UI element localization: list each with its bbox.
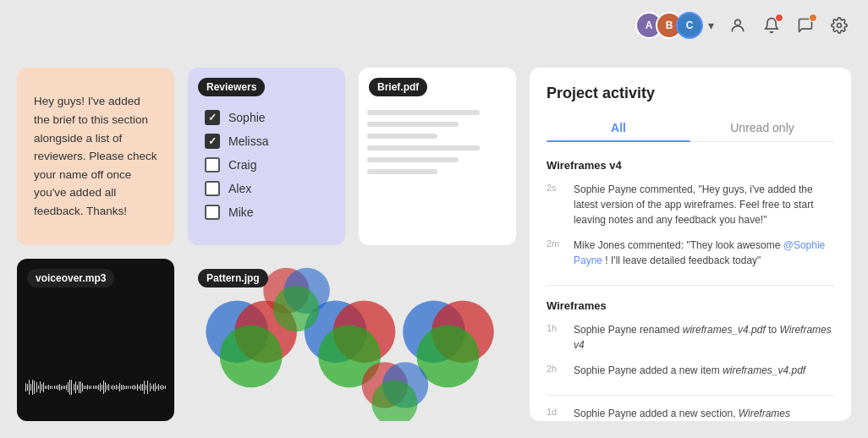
reviewer-item[interactable]: Alex bbox=[205, 181, 328, 196]
activity-item: 1h Sophie Payne renamed wireframes_v4.pd… bbox=[547, 322, 834, 353]
activity-text: Sophie Payne renamed wireframes_v4.pdf t… bbox=[574, 322, 834, 353]
waveform-bar bbox=[45, 386, 46, 389]
waveform-bar bbox=[29, 380, 30, 394]
activity-divider bbox=[547, 395, 834, 396]
activity-divider bbox=[547, 285, 834, 286]
activity-section-title-wireframes: Wireframes bbox=[547, 299, 834, 312]
waveform-bar bbox=[128, 386, 129, 389]
waveform-bar bbox=[93, 386, 94, 389]
pattern-card-label: Pattern.jpg bbox=[198, 269, 268, 287]
waveform-bar bbox=[71, 380, 72, 395]
waveform-bar bbox=[38, 386, 39, 389]
waveform-bar bbox=[153, 384, 154, 391]
avatar-user-c: C bbox=[676, 12, 703, 39]
reviewer-checkbox-mike[interactable] bbox=[205, 205, 220, 220]
activity-time: 2h bbox=[547, 364, 565, 374]
activity-panel-title: Project activity bbox=[547, 85, 834, 102]
waveform-bar bbox=[54, 386, 55, 389]
waveform-bar bbox=[124, 386, 125, 389]
reviewer-item[interactable]: Sophie bbox=[205, 110, 328, 125]
waveform-bar bbox=[146, 385, 146, 390]
waveform-bar bbox=[103, 381, 104, 393]
reviewer-name-craig: Craig bbox=[228, 158, 256, 172]
reviewer-checkbox-alex[interactable] bbox=[205, 181, 220, 196]
waveform-bar bbox=[47, 386, 47, 389]
settings-button[interactable] bbox=[827, 14, 851, 37]
activity-tabs: All Unread only bbox=[547, 114, 834, 142]
waveform bbox=[25, 366, 166, 408]
user-profile-button[interactable] bbox=[726, 14, 750, 37]
reviewer-item[interactable]: Mike bbox=[205, 205, 328, 220]
voiceover-card: voiceover.mp3 bbox=[17, 259, 174, 421]
waveform-bar bbox=[137, 384, 138, 391]
waveform-bar bbox=[163, 386, 164, 389]
waveform-bar bbox=[144, 381, 145, 394]
waveform-bar bbox=[155, 383, 156, 392]
waveform-bar bbox=[142, 384, 143, 391]
activity-text: Sophie Payne added a new item wireframes… bbox=[574, 363, 805, 378]
svg-point-14 bbox=[273, 286, 319, 331]
waveform-bar bbox=[147, 381, 148, 393]
note-card: Hey guys! I've added the brief to this s… bbox=[17, 68, 174, 245]
avatar-group: A B C bbox=[635, 12, 703, 39]
activity-text: Mike Jones commented: "They look awesome… bbox=[574, 238, 834, 268]
activity-time: 2m bbox=[547, 238, 565, 249]
reviewer-item[interactable]: Melissa bbox=[205, 134, 328, 149]
svg-point-0 bbox=[735, 19, 741, 25]
waveform-bar bbox=[30, 384, 31, 391]
pattern-card: Pattern.jpg bbox=[188, 259, 516, 421]
waveform-bar bbox=[79, 381, 80, 393]
waveform-bar bbox=[56, 386, 57, 389]
waveform-bar bbox=[134, 385, 135, 391]
reviewer-checkbox-sophie[interactable] bbox=[205, 110, 220, 125]
waveform-bar bbox=[80, 381, 81, 393]
pdf-line bbox=[367, 157, 459, 162]
notifications-button[interactable] bbox=[760, 14, 783, 37]
waveform-bar bbox=[113, 385, 113, 389]
svg-point-1 bbox=[838, 24, 842, 28]
waveform-bar bbox=[165, 386, 166, 389]
waveform-bar bbox=[130, 386, 131, 389]
waveform-bar bbox=[32, 380, 33, 395]
waveform-bar bbox=[64, 386, 65, 390]
tab-all[interactable]: All bbox=[547, 114, 690, 141]
waveform-bar bbox=[151, 386, 152, 389]
avatar-group-expand-button[interactable]: ▾ bbox=[706, 17, 716, 34]
waveform-bar bbox=[40, 381, 41, 393]
waveform-bar bbox=[114, 386, 115, 389]
activity-panel: Project activity All Unread only Wirefra… bbox=[530, 68, 851, 421]
avatar-group-wrapper: A B C ▾ bbox=[635, 12, 716, 39]
waveform-bar bbox=[157, 386, 157, 389]
reviewer-name-melissa: Melissa bbox=[228, 134, 268, 148]
gear-icon bbox=[831, 17, 848, 34]
reviewer-checkbox-melissa[interactable] bbox=[205, 134, 220, 149]
pdf-line bbox=[367, 145, 480, 151]
activity-item: 1d Sophie Payne added a new section, Wir… bbox=[547, 406, 834, 421]
waveform-bar bbox=[87, 385, 88, 389]
reviewer-checkbox-craig[interactable] bbox=[205, 157, 220, 172]
pdf-line bbox=[367, 110, 480, 115]
activity-item: 2m Mike Jones commented: "They look awes… bbox=[547, 238, 834, 268]
user-icon bbox=[729, 17, 746, 34]
waveform-bar bbox=[135, 386, 136, 389]
tab-unread-only[interactable]: Unread only bbox=[690, 114, 834, 141]
pdf-line bbox=[367, 134, 437, 139]
reviewer-item[interactable]: Craig bbox=[205, 157, 328, 172]
activity-time: 2s bbox=[547, 183, 565, 193]
waveform-bar bbox=[74, 384, 74, 391]
waveform-bar bbox=[96, 386, 97, 389]
main-area: Hey guys! I've added the brief to this s… bbox=[0, 51, 868, 438]
waveform-bar bbox=[84, 386, 85, 389]
waveform-bar bbox=[121, 385, 122, 391]
waveform-bar bbox=[150, 383, 151, 391]
waveform-bar bbox=[52, 386, 52, 389]
voiceover-card-label: voiceover.mp3 bbox=[27, 269, 114, 287]
waveform-bar bbox=[27, 384, 28, 391]
activity-time: 1d bbox=[547, 407, 565, 417]
waveform-bar bbox=[95, 386, 96, 389]
waveform-bar bbox=[75, 381, 76, 394]
waveform-bar bbox=[140, 384, 141, 391]
top-nav: A B C ▾ bbox=[0, 0, 868, 51]
chat-button[interactable] bbox=[794, 14, 817, 37]
reviewer-name-alex: Alex bbox=[228, 182, 251, 195]
